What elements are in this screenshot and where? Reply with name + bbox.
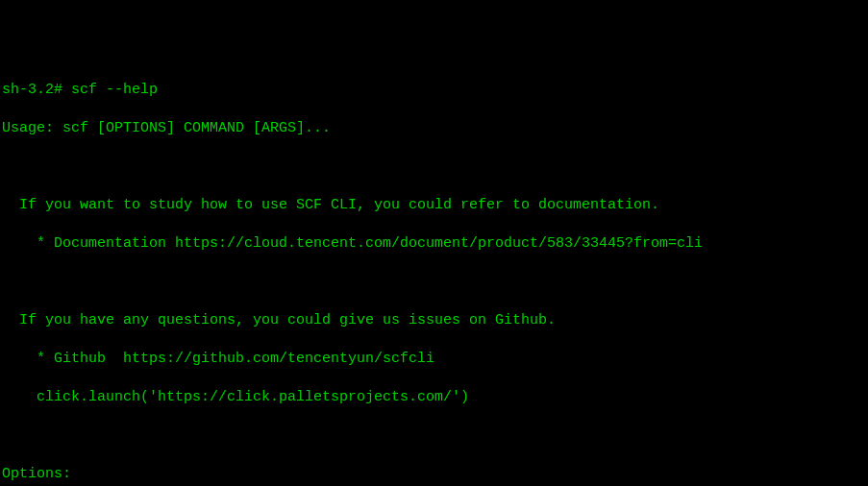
github-bullet-line: * Github https://github.com/tencentyun/s… (2, 350, 866, 369)
blank-line (2, 158, 866, 177)
shell-prompt: sh-3.2# (2, 82, 71, 98)
usage-line: Usage: scf [OPTIONS] COMMAND [ARGS]... (2, 119, 866, 138)
click-launch-line: click.launch('https://click.palletsproje… (2, 388, 866, 407)
issues-intro-line: If you have any questions, you could giv… (2, 311, 866, 330)
prompt-line[interactable]: sh-3.2# scf --help (2, 81, 866, 100)
options-header: Options: (2, 465, 866, 484)
entered-command: scf --help (71, 82, 158, 98)
blank-line (2, 273, 866, 292)
blank-line (2, 426, 866, 446)
doc-bullet-line: * Documentation https://cloud.tencent.co… (2, 234, 866, 254)
doc-intro-line: If you want to study how to use SCF CLI,… (2, 196, 866, 215)
